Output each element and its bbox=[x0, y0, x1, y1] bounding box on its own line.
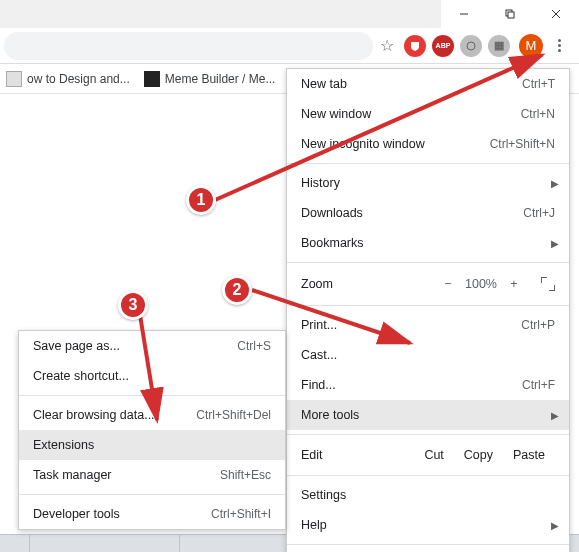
menu-separator bbox=[287, 544, 569, 545]
svg-rect-2 bbox=[508, 12, 514, 18]
menu-separator bbox=[287, 262, 569, 263]
edit-paste-button[interactable]: Paste bbox=[503, 448, 555, 462]
menu-shortcut: Ctrl+F bbox=[522, 378, 555, 392]
menu-print[interactable]: Print... Ctrl+P bbox=[287, 310, 569, 340]
menu-shortcut: Shift+Esc bbox=[220, 468, 271, 482]
zoom-in-button[interactable]: + bbox=[507, 277, 521, 291]
minimize-button[interactable] bbox=[441, 0, 487, 28]
menu-find[interactable]: Find... Ctrl+F bbox=[287, 370, 569, 400]
address-bar[interactable] bbox=[4, 32, 373, 60]
menu-item-label: Downloads bbox=[301, 206, 523, 220]
menu-separator bbox=[287, 475, 569, 476]
bookmark-label: ow to Design and... bbox=[27, 72, 130, 86]
zoom-level: 100% bbox=[465, 277, 497, 291]
menu-separator bbox=[287, 305, 569, 306]
menu-shortcut: Ctrl+J bbox=[523, 206, 555, 220]
profile-avatar[interactable]: M bbox=[519, 34, 543, 58]
menu-item-label: Zoom bbox=[301, 277, 441, 291]
favicon-icon bbox=[144, 71, 160, 87]
menu-item-label: Clear browsing data... bbox=[33, 408, 196, 422]
extension-icon-2[interactable]: ▦ bbox=[488, 35, 510, 57]
annotation-badge-1: 1 bbox=[186, 185, 216, 215]
menu-item-label: Settings bbox=[301, 488, 555, 502]
menu-more-tools[interactable]: More tools ▶ bbox=[287, 400, 569, 430]
chevron-right-icon: ▶ bbox=[551, 238, 559, 249]
menu-item-label: History bbox=[301, 176, 555, 190]
menu-shortcut: Ctrl+Shift+N bbox=[490, 137, 555, 151]
menu-shortcut: Ctrl+Shift+I bbox=[211, 507, 271, 521]
menu-separator bbox=[287, 163, 569, 164]
menu-shortcut: Ctrl+N bbox=[521, 107, 555, 121]
menu-new-incognito[interactable]: New incognito window Ctrl+Shift+N bbox=[287, 129, 569, 159]
chrome-main-menu: New tab Ctrl+T New window Ctrl+N New inc… bbox=[286, 68, 570, 552]
menu-edit-row: Edit Cut Copy Paste bbox=[287, 439, 569, 471]
menu-kebab-icon[interactable] bbox=[549, 39, 569, 52]
menu-item-label: Save page as... bbox=[33, 339, 237, 353]
submenu-task-manager[interactable]: Task manager Shift+Esc bbox=[19, 460, 285, 490]
menu-separator bbox=[287, 434, 569, 435]
bookmark-item[interactable]: ow to Design and... bbox=[6, 71, 130, 87]
menu-item-label: More tools bbox=[301, 408, 555, 422]
submenu-developer-tools[interactable]: Developer tools Ctrl+Shift+I bbox=[19, 499, 285, 529]
edit-copy-button[interactable]: Copy bbox=[454, 448, 503, 462]
maximize-button[interactable] bbox=[487, 0, 533, 28]
submenu-extensions[interactable]: Extensions bbox=[19, 430, 285, 460]
window-controls bbox=[441, 0, 579, 28]
menu-shortcut: Ctrl+Shift+Del bbox=[196, 408, 271, 422]
menu-shortcut: Ctrl+P bbox=[521, 318, 555, 332]
toolbar: ☆ ABP ▦ M bbox=[0, 28, 579, 64]
menu-item-label: Task manager bbox=[33, 468, 220, 482]
submenu-save-page[interactable]: Save page as... Ctrl+S bbox=[19, 331, 285, 361]
menu-history[interactable]: History ▶ bbox=[287, 168, 569, 198]
bookmark-label: Meme Builder / Me... bbox=[165, 72, 276, 86]
chevron-right-icon: ▶ bbox=[551, 520, 559, 531]
menu-item-label: Cast... bbox=[301, 348, 555, 362]
menu-new-window[interactable]: New window Ctrl+N bbox=[287, 99, 569, 129]
menu-shortcut: Ctrl+S bbox=[237, 339, 271, 353]
close-button[interactable] bbox=[533, 0, 579, 28]
svg-point-5 bbox=[467, 42, 475, 50]
menu-cast[interactable]: Cast... bbox=[287, 340, 569, 370]
favicon-icon bbox=[6, 71, 22, 87]
zoom-out-button[interactable]: − bbox=[441, 277, 455, 291]
bookmark-star-icon[interactable]: ☆ bbox=[373, 36, 401, 55]
chevron-right-icon: ▶ bbox=[551, 410, 559, 421]
menu-item-label: Extensions bbox=[33, 438, 271, 452]
menu-item-label: New tab bbox=[301, 77, 522, 91]
extension-icon[interactable] bbox=[460, 35, 482, 57]
menu-item-label: Find... bbox=[301, 378, 522, 392]
menu-item-label: Print... bbox=[301, 318, 521, 332]
menu-new-tab[interactable]: New tab Ctrl+T bbox=[287, 69, 569, 99]
menu-zoom-row: Zoom − 100% + bbox=[287, 267, 569, 301]
extension-ublock-icon[interactable] bbox=[404, 35, 426, 57]
menu-settings[interactable]: Settings bbox=[287, 480, 569, 510]
annotation-badge-2: 2 bbox=[222, 275, 252, 305]
menu-item-label: Developer tools bbox=[33, 507, 211, 521]
menu-separator bbox=[19, 494, 285, 495]
menu-item-label: Help bbox=[301, 518, 555, 532]
menu-item-label: New incognito window bbox=[301, 137, 490, 151]
menu-bookmarks[interactable]: Bookmarks ▶ bbox=[287, 228, 569, 258]
extension-abp-icon[interactable]: ABP bbox=[432, 35, 454, 57]
submenu-create-shortcut[interactable]: Create shortcut... bbox=[19, 361, 285, 391]
menu-downloads[interactable]: Downloads Ctrl+J bbox=[287, 198, 569, 228]
chevron-right-icon: ▶ bbox=[551, 178, 559, 189]
menu-item-label: Edit bbox=[301, 448, 414, 462]
menu-shortcut: Ctrl+T bbox=[522, 77, 555, 91]
bookmark-item[interactable]: Meme Builder / Me... bbox=[144, 71, 276, 87]
menu-item-label: New window bbox=[301, 107, 521, 121]
menu-separator bbox=[19, 395, 285, 396]
menu-item-label: Create shortcut... bbox=[33, 369, 271, 383]
menu-help[interactable]: Help ▶ bbox=[287, 510, 569, 540]
submenu-clear-browsing[interactable]: Clear browsing data... Ctrl+Shift+Del bbox=[19, 400, 285, 430]
menu-item-label: Bookmarks bbox=[301, 236, 555, 250]
fullscreen-icon[interactable] bbox=[541, 277, 555, 291]
edit-cut-button[interactable]: Cut bbox=[414, 448, 453, 462]
more-tools-submenu: Save page as... Ctrl+S Create shortcut..… bbox=[18, 330, 286, 530]
annotation-badge-3: 3 bbox=[118, 290, 148, 320]
